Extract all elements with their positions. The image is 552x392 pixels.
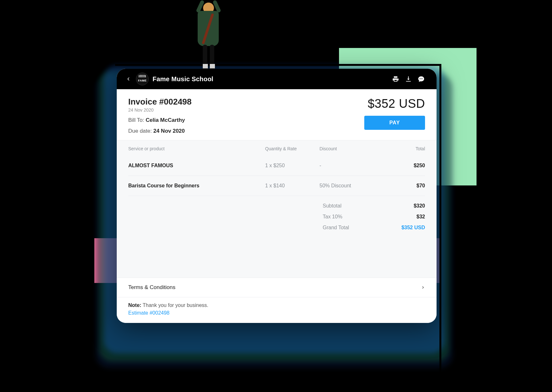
cell-discount: -	[319, 163, 380, 169]
cell-discount: 50% Discount	[319, 183, 380, 189]
print-icon	[392, 75, 399, 82]
bill-to-row: Bill To: Celia McCarthy	[128, 117, 192, 123]
note-label: Note:	[128, 302, 141, 308]
tax-label: Tax 10%	[323, 214, 387, 220]
line-items-table: Service or product Quantity & Rate Disco…	[117, 140, 437, 196]
invoice-title: Invoice #002498	[128, 97, 192, 107]
col-service: Service or product	[128, 146, 265, 151]
download-icon	[405, 75, 412, 82]
cell-total: $250	[380, 163, 425, 169]
download-button[interactable]	[402, 73, 415, 85]
chat-button[interactable]	[415, 73, 428, 85]
panel-header: FAME Fame Music School	[117, 69, 437, 89]
invoice-date: 24 Nov 2020	[128, 107, 192, 113]
logo-text: FAME	[138, 79, 146, 82]
invoice-info: Invoice #002498 24 Nov 2020 Bill To: Cel…	[117, 89, 437, 140]
due-date-value: 24 Nov 2020	[153, 128, 185, 134]
chevron-right-icon	[421, 284, 425, 291]
tax-row: Tax 10% $32	[128, 211, 425, 222]
table-row: ALMOST FAMOUS 1 x $250 - $250	[128, 156, 425, 176]
invoice-amount: $352 USD	[364, 97, 425, 111]
cell-qty-rate: 1 x $250	[265, 163, 319, 169]
grand-total-row: Grand Total $352 USD	[128, 222, 425, 233]
subtotal-value: $320	[387, 203, 425, 209]
col-discount: Discount	[319, 146, 380, 151]
table-row: Barista Course for Beginners 1 x $140 50…	[128, 176, 425, 196]
col-qty-rate: Quantity & Rate	[265, 146, 319, 151]
print-button[interactable]	[389, 73, 402, 85]
person-illustration	[189, 0, 227, 80]
grand-total-label: Grand Total	[323, 225, 387, 231]
subtotal-row: Subtotal $320	[128, 200, 425, 211]
cell-service: ALMOST FAMOUS	[128, 163, 265, 169]
estimate-link[interactable]: Estimate #002498	[128, 310, 170, 316]
bill-to-value: Celia McCarthy	[146, 117, 185, 123]
school-logo: FAME	[136, 73, 149, 85]
bill-to-label: Bill To:	[128, 117, 144, 123]
cell-total: $70	[380, 183, 425, 189]
spacer	[117, 236, 437, 278]
col-total: Total	[380, 146, 425, 151]
chat-icon	[418, 75, 425, 82]
summary-block: Subtotal $320 Tax 10% $32 Grand Total $3…	[117, 196, 437, 236]
chevron-left-icon	[126, 75, 131, 83]
due-date-row: Due date: 24 Nov 2020	[128, 128, 192, 134]
terms-and-conditions-row[interactable]: Terms & Conditions	[117, 278, 437, 297]
tax-value: $32	[387, 214, 425, 220]
subtotal-label: Subtotal	[323, 203, 387, 209]
back-button[interactable]	[122, 73, 134, 85]
note-block: Note: Thank you for your business. Estim…	[117, 297, 437, 323]
invoice-panel: FAME Fame Music School Invoice #002498 2…	[117, 69, 437, 323]
pay-button[interactable]: PAY	[364, 116, 425, 130]
table-header-row: Service or product Quantity & Rate Disco…	[128, 140, 425, 156]
school-name: Fame Music School	[153, 75, 213, 83]
cell-qty-rate: 1 x $140	[265, 183, 319, 189]
terms-label: Terms & Conditions	[128, 284, 175, 291]
due-date-label: Due date:	[128, 128, 152, 134]
cell-service: Barista Course for Beginners	[128, 183, 265, 189]
grand-total-value: $352 USD	[387, 225, 425, 231]
note-text: Thank you for your business.	[143, 302, 208, 308]
